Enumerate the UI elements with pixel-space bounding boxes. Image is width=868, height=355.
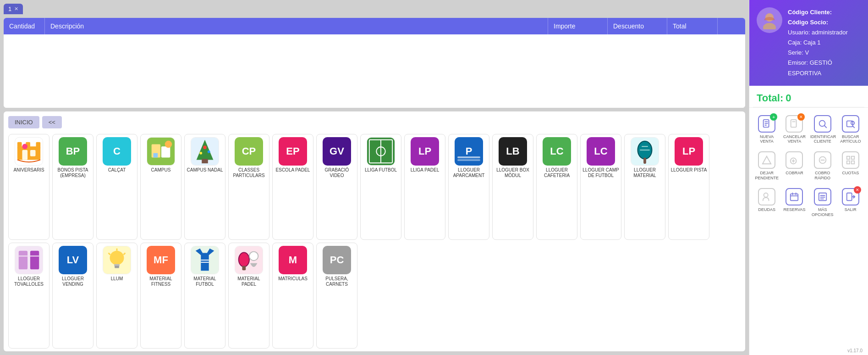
version-label: v1.17.0 <box>749 346 868 355</box>
product-label-lliga-padel: LLIGA PADEL <box>411 167 439 173</box>
nueva-venta-badge: + <box>770 113 777 121</box>
product-lliga-futbol[interactable]: LLIGA FUTBOL <box>360 134 401 240</box>
svg-rect-4 <box>22 150 27 160</box>
product-lloguer-pista[interactable]: LPLLOGUER PISTA <box>668 134 709 240</box>
product-bonos-pista[interactable]: BPBONOS PISTA (EMPRESA) <box>52 134 93 240</box>
product-classes-particulars[interactable]: CPCLASSES PARTICULARS <box>228 134 269 240</box>
product-label-bonos-pista: BONOS PISTA (EMPRESA) <box>55 167 91 178</box>
product-label-campus-nadal: CAMPUS NADAL <box>187 167 223 173</box>
product-pulsera-carnets[interactable]: PCPULSERA, CARNETS <box>316 243 357 349</box>
salir-badge: ✕ <box>854 186 861 194</box>
cancelar-venta-button[interactable]: ✕CANCELAR VENTA <box>780 111 808 148</box>
tab-bar: 1 ✕ <box>4 4 745 14</box>
product-label-lloguer-cafeteria: LLOGUER CAFETERIA <box>538 167 575 178</box>
svg-rect-45 <box>201 262 209 263</box>
dejar-pendiente-button[interactable]: DEJAR PENDIENTE <box>753 148 780 184</box>
product-label-classes-particulars: CLASSES PARTICULARS <box>231 167 267 178</box>
product-label-lloguer-tovalloles: LLOGUER TOVALLOLES <box>11 276 47 287</box>
product-label-lloguer-material: LLOGUER MATERIAL <box>626 167 663 178</box>
product-panel: INICIO << ANIVERSARISBPBONOS PISTA (EMPR… <box>4 111 745 351</box>
svg-rect-11 <box>154 153 158 158</box>
product-lloguer-vending[interactable]: LVLLOGUER VENDING <box>52 243 93 349</box>
reservas-label: RESERVAS <box>783 207 805 212</box>
product-label-lloguer-box: LLOGUER BOX MÒDUL <box>494 167 531 178</box>
salir-button[interactable]: ✕SALIR <box>837 184 864 221</box>
svg-line-62 <box>852 126 854 128</box>
usuario-info: Usuario: administrador <box>788 28 861 38</box>
sidebar: Código Cliente: Código Socio: Usuario: a… <box>749 0 868 355</box>
dejar-pendiente-label: DEJAR PENDIENTE <box>755 171 779 181</box>
svg-point-15 <box>203 145 207 149</box>
serie-info: Serie: V <box>788 48 861 58</box>
mas-opciones-button[interactable]: MÁS OPCIONES <box>808 184 837 221</box>
salir-label: SALIR <box>845 207 857 212</box>
inicio-button[interactable]: INICIO <box>8 116 39 128</box>
svg-point-10 <box>165 141 172 148</box>
reservas-button[interactable]: RESERVAS <box>780 184 808 221</box>
buscar-articulo-button[interactable]: BUSCAR ARTÍCULO <box>837 111 864 148</box>
product-label-lloguer-vending: LLOGUER VENDING <box>55 276 91 287</box>
sidebar-header: Código Cliente: Código Socio: Usuario: a… <box>749 0 868 86</box>
invoice-body <box>4 34 745 108</box>
cancelar-venta-icon: ✕ <box>786 115 803 133</box>
mas-opciones-label: MÁS OPCIONES <box>810 207 835 217</box>
product-aniversaris[interactable]: ANIVERSARIS <box>8 134 49 240</box>
product-grabacio-video[interactable]: GVGRABACIÓ VIDEO <box>316 134 357 240</box>
product-campus[interactable]: CAMPUS <box>140 134 181 240</box>
cobro-rapido-label: COBRO RÁPIDO <box>810 171 835 181</box>
svg-rect-28 <box>643 158 646 164</box>
product-lloguer-tovalloles[interactable]: LLOGUER TOVALLOLES <box>8 243 49 349</box>
codigo-socio-label: Código Socio: <box>788 17 861 28</box>
svg-point-74 <box>764 193 768 197</box>
deudas-button[interactable]: DEUDAS <box>753 184 780 221</box>
dejar-pendiente-icon <box>758 151 775 169</box>
svg-rect-32 <box>19 251 27 270</box>
svg-rect-33 <box>30 251 39 270</box>
nueva-venta-button[interactable]: +NUEVA VENTA <box>753 111 780 148</box>
svg-rect-73 <box>852 161 854 164</box>
identificar-cliente-icon <box>814 115 831 133</box>
svg-rect-39 <box>115 266 119 268</box>
product-label-material-padel: MATERIAL PADEL <box>231 276 267 287</box>
cuotas-button[interactable]: CUOTAS <box>837 148 864 184</box>
product-material-futbol[interactable]: MATERIAL FUTBOL <box>184 243 225 349</box>
product-lloguer-camp[interactable]: LCLLOGUER CAMP DE FUTBOL <box>580 134 621 240</box>
cancelar-venta-label: CANCELAR VENTA <box>782 134 806 144</box>
sidebar-actions: +NUEVA VENTA ✕CANCELAR VENTAIDENTIFICAR … <box>749 107 868 225</box>
product-lloguer-box[interactable]: LBLLOGUER BOX MÒDUL <box>492 134 533 240</box>
product-label-lloguer-aparcament: LLOGUER APARCAMENT <box>450 167 487 178</box>
back-button[interactable]: << <box>42 116 62 128</box>
svg-rect-25 <box>457 159 480 161</box>
product-material-fitness[interactable]: MFMATERIAL FITNESS <box>140 243 181 349</box>
product-lloguer-aparcament[interactable]: P LLOGUER APARCAMENT <box>448 134 489 240</box>
product-lloguer-cafeteria[interactable]: LCLLOGUER CAFETERIA <box>536 134 577 240</box>
identificar-cliente-button[interactable]: IDENTIFICAR CLIENTE <box>808 111 837 148</box>
svg-rect-71 <box>852 156 854 159</box>
product-escola-padel[interactable]: EPESCOLA PADEL <box>272 134 313 240</box>
close-tab-icon[interactable]: ✕ <box>14 6 18 12</box>
cobro-rapido-button[interactable]: COBRO RÁPIDO <box>808 148 837 184</box>
codigo-cliente-label: Código Cliente: <box>788 7 861 17</box>
col-total: Total <box>667 18 718 34</box>
product-llum[interactable]: LLUM <box>96 243 137 349</box>
product-campus-nadal[interactable]: CAMPUS NADAL <box>184 134 225 240</box>
tab-1[interactable]: 1 ✕ <box>4 4 23 14</box>
product-matriculas[interactable]: MMATRICULAS <box>272 243 313 349</box>
svg-point-17 <box>208 150 210 153</box>
salir-icon: ✕ <box>842 188 859 205</box>
deudas-icon <box>758 188 775 205</box>
cobrar-button[interactable]: COBRAR <box>780 148 808 184</box>
col-importe: Importe <box>548 18 608 34</box>
product-material-padel[interactable]: MATERIAL PADEL <box>228 243 269 349</box>
svg-rect-48 <box>242 266 246 271</box>
product-label-lloguer-camp: LLOGUER CAMP DE FUTBOL <box>582 167 619 178</box>
svg-point-16 <box>199 152 202 155</box>
product-calcat[interactable]: CCALÇAT <box>96 134 137 240</box>
product-lliga-padel[interactable]: LPLLIGA PADEL <box>404 134 445 240</box>
svg-rect-6 <box>30 150 36 156</box>
svg-marker-64 <box>763 156 771 164</box>
product-label-grabacio-video: GRABACIÓ VIDEO <box>319 167 355 178</box>
product-lloguer-material[interactable]: LLOGUER MATERIAL <box>624 134 665 240</box>
cuotas-icon <box>842 151 859 169</box>
col-descuento: Descuento <box>608 18 667 34</box>
